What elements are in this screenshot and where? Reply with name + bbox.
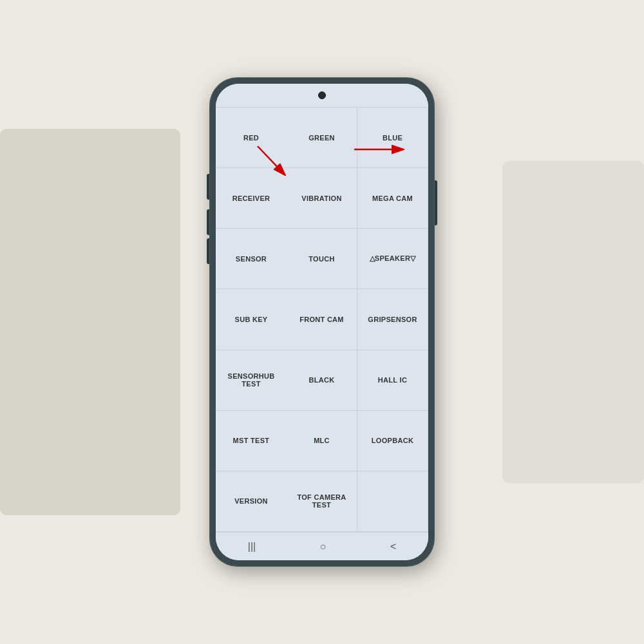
cell-empty-7-3 (357, 471, 428, 532)
nav-bar: ||| ○ < (216, 532, 428, 560)
cell-mega-cam[interactable]: MEGA CAM (357, 168, 428, 229)
recent-apps-icon[interactable]: ||| (248, 541, 256, 553)
cell-vibration[interactable]: VIBRATION (287, 168, 357, 229)
cell-hall-ic[interactable]: HALL IC (357, 350, 428, 411)
cell-blue[interactable]: BLUE (357, 108, 428, 168)
test-grid: RED GREEN BLUE RECEIVER VIBRATION MEGA C… (216, 107, 428, 532)
phone-shell: RED GREEN BLUE RECEIVER VIBRATION MEGA C… (209, 77, 435, 567)
background-right (502, 161, 644, 483)
phone-screen: RED GREEN BLUE RECEIVER VIBRATION MEGA C… (216, 84, 428, 560)
cell-loopback[interactable]: LOOPBACK (357, 411, 428, 471)
cell-gripsensor[interactable]: GRIPSENSOR (357, 289, 428, 350)
cell-sensor[interactable]: SENSOR (216, 229, 287, 289)
cell-sub-key[interactable]: SUB KEY (216, 289, 287, 350)
top-bar (216, 84, 428, 107)
cell-mst-test[interactable]: MST TEST (216, 411, 287, 471)
cell-touch[interactable]: TOUCH (287, 229, 357, 289)
back-icon[interactable]: < (390, 541, 396, 553)
cell-version[interactable]: VERSION (216, 471, 287, 532)
cell-receiver[interactable]: RECEIVER (216, 168, 287, 229)
cell-speaker[interactable]: △SPEAKER▽ (357, 229, 428, 289)
cell-front-cam[interactable]: FRONT CAM (287, 289, 357, 350)
background-left (0, 129, 180, 515)
cell-tof-camera-test[interactable]: TOF CAMERA TEST (287, 471, 357, 532)
cell-black[interactable]: BLACK (287, 350, 357, 411)
cell-mlc[interactable]: MLC (287, 411, 357, 471)
front-camera-dot (318, 91, 326, 99)
scene: RED GREEN BLUE RECEIVER VIBRATION MEGA C… (0, 0, 644, 644)
cell-sensorhub-test[interactable]: SENSORHUB TEST (216, 350, 287, 411)
cell-red[interactable]: RED (216, 108, 287, 168)
cell-green[interactable]: GREEN (287, 108, 357, 168)
home-icon[interactable]: ○ (320, 541, 327, 553)
